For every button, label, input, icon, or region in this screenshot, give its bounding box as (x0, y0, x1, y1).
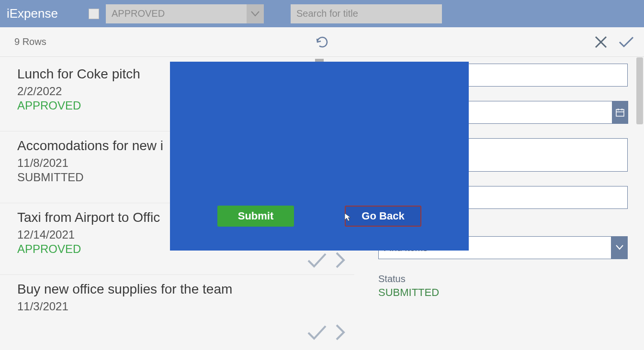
approve-item-button[interactable] (306, 324, 328, 340)
list-item[interactable]: Buy new office supplies for the team 11/… (0, 275, 354, 347)
confirm-modal: Submit Go Back (170, 62, 469, 251)
status-filter-value: APPROVED (112, 8, 165, 19)
select-all-checkbox[interactable] (89, 9, 99, 19)
status-label: Status (378, 273, 628, 284)
search-input[interactable]: Search for title (291, 4, 442, 23)
check-icon (306, 252, 328, 268)
close-icon (594, 35, 608, 49)
confirm-button[interactable] (618, 36, 634, 48)
approve-item-button[interactable] (306, 252, 328, 268)
drag-handle-icon[interactable] (315, 59, 324, 62)
open-item-button[interactable] (335, 252, 346, 269)
status-value: SUBMITTED (378, 286, 628, 299)
open-item-button[interactable] (335, 324, 346, 341)
chevron-down-icon (611, 236, 628, 259)
app-title: iExpense (7, 6, 58, 21)
go-back-button[interactable]: Go Back (345, 206, 421, 227)
calendar-icon (615, 108, 625, 117)
check-icon (306, 324, 328, 340)
row-count-label: 9 Rows (14, 36, 46, 47)
chevron-right-icon (335, 252, 346, 269)
cursor-icon (344, 212, 351, 222)
search-placeholder: Search for title (296, 8, 358, 19)
scrollbar[interactable] (636, 57, 643, 124)
chevron-right-icon (335, 324, 346, 341)
status-filter-select[interactable]: APPROVED (106, 4, 264, 23)
svg-rect-0 (616, 109, 624, 116)
refresh-icon (315, 35, 329, 49)
field-group-status: Status SUBMITTED (378, 273, 628, 299)
close-button[interactable] (594, 35, 608, 49)
date-picker-button[interactable] (612, 101, 628, 124)
submit-button[interactable]: Submit (217, 206, 294, 227)
list-item-date: 11/3/2021 (17, 300, 350, 313)
refresh-button[interactable] (315, 35, 329, 49)
go-back-button-label: Go Back (362, 210, 404, 222)
check-icon (618, 36, 634, 48)
chevron-down-icon (247, 4, 264, 23)
submit-button-label: Submit (238, 210, 274, 222)
list-item-title: Buy new office supplies for the team (17, 282, 350, 297)
list-toolbar: 9 Rows (0, 27, 644, 57)
app-header: iExpense APPROVED Search for title (0, 0, 644, 27)
